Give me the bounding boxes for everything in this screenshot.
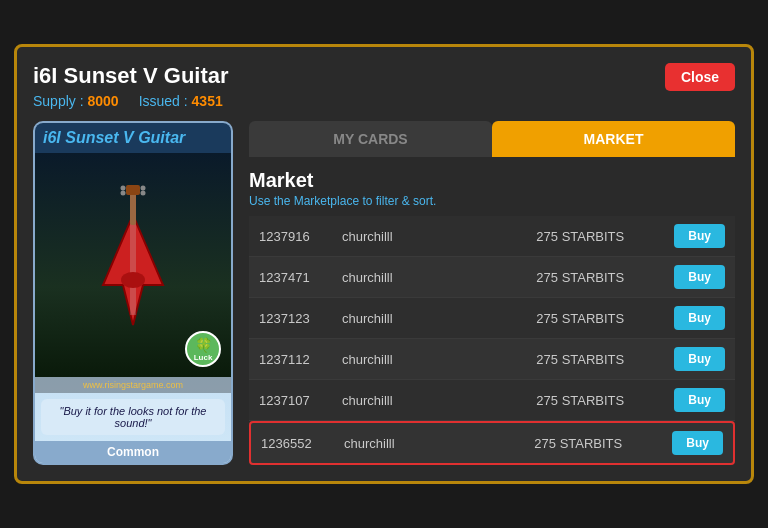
listing-id: 1237112 [259,352,334,367]
listing-id: 1236552 [261,436,336,451]
listing-price: 275 STARBITS [536,352,666,367]
listing-row: 1236552churchilll275 STARBITSBuy [249,421,735,465]
svg-point-8 [141,186,146,191]
listing-row: 1237112churchilll275 STARBITSBuy [249,339,735,380]
svg-point-7 [121,191,126,196]
card-website: www.risingstargame.com [35,377,231,393]
clover-icon: 🍀 [195,337,212,353]
buy-button[interactable]: Buy [674,265,725,289]
close-button[interactable]: Close [665,63,735,91]
card-quote: "Buy it for the looks not for the sound!… [41,399,225,435]
listing-price: 275 STARBITS [536,393,666,408]
listing-id: 1237471 [259,270,334,285]
listing-id: 1237123 [259,311,334,326]
listing-seller: churchilll [342,229,528,244]
listing-seller: churchilll [342,393,528,408]
listing-row: 1237123churchilll275 STARBITSBuy [249,298,735,339]
listing-row: 1237471churchilll275 STARBITSBuy [249,257,735,298]
svg-point-9 [141,191,146,196]
tab-market[interactable]: MARKET [492,121,735,157]
supply-value: 8000 [87,93,118,109]
listing-price: 275 STARBITS [536,229,666,244]
tab-my-cards[interactable]: MY CARDS [249,121,492,157]
market-title: Market [249,169,735,192]
luck-label: Luck [194,353,213,362]
listing-seller: churchilll [342,352,528,367]
modal-header: i6I Sunset V Guitar Supply : 8000 Issued… [33,63,735,109]
guitar-icon [93,185,173,345]
card-rarity: Common [35,441,231,463]
card-name-banner: i6I Sunset V Guitar [43,129,185,146]
listing-price: 275 STARBITS [536,311,666,326]
card-top: i6I Sunset V Guitar [35,123,231,153]
listing-seller: churchilll [342,270,528,285]
listing-id: 1237107 [259,393,334,408]
tabs: MY CARDS MARKET [249,121,735,157]
content-area: i6I Sunset V Guitar [33,121,735,465]
market-subtitle: Use the Marketplace to filter & sort. [249,194,735,208]
listing-seller: churchilll [342,311,528,326]
right-panel: MY CARDS MARKET Market Use the Marketpla… [249,121,735,465]
listing-price: 275 STARBITS [536,270,666,285]
svg-point-6 [121,186,126,191]
title-block: i6I Sunset V Guitar Supply : 8000 Issued… [33,63,229,109]
listing-row: 1237916churchilll275 STARBITSBuy [249,216,735,257]
listing-row: 1237107churchilll275 STARBITSBuy [249,380,735,421]
svg-point-10 [121,272,145,288]
listing-seller: churchilll [344,436,526,451]
card-meta: Supply : 8000 Issued : 4351 [33,93,229,109]
supply-label: Supply : 8000 [33,93,119,109]
card-title: i6I Sunset V Guitar [33,63,229,89]
card-guitar-area: 🍀 Luck [35,153,231,377]
buy-button[interactable]: Buy [674,347,725,371]
listings-container[interactable]: 1237916churchilll275 STARBITSBuy1237471c… [249,216,735,465]
buy-button[interactable]: Buy [674,388,725,412]
svg-rect-5 [126,185,140,195]
luck-badge: 🍀 Luck [185,331,221,367]
listing-id: 1237916 [259,229,334,244]
listing-price: 275 STARBITS [534,436,664,451]
issued-value: 4351 [192,93,223,109]
buy-button[interactable]: Buy [674,306,725,330]
buy-button[interactable]: Buy [672,431,723,455]
buy-button[interactable]: Buy [674,224,725,248]
card-image: i6I Sunset V Guitar [33,121,233,465]
modal: i6I Sunset V Guitar Supply : 8000 Issued… [14,44,754,484]
issued-label: Issued : 4351 [139,93,223,109]
